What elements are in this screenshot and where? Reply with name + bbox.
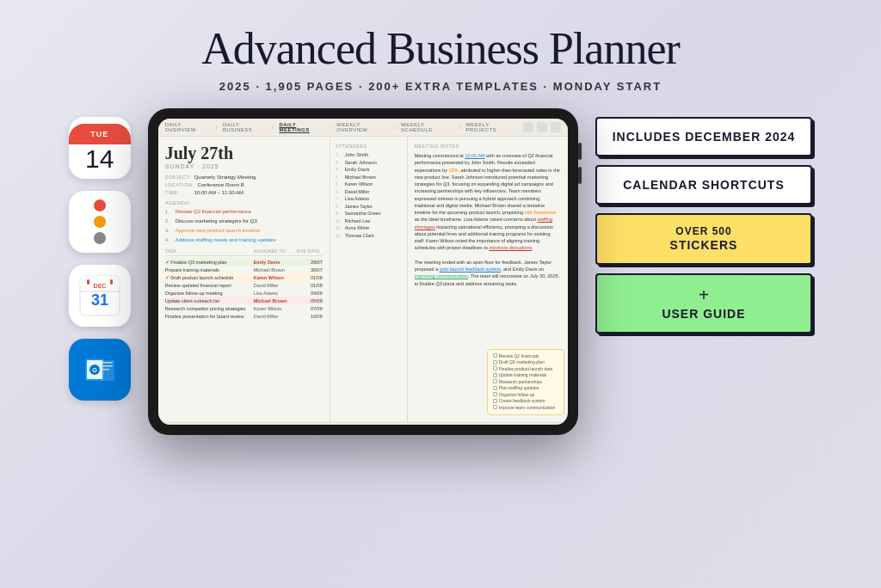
svg-text:O: O [92, 367, 97, 373]
nav-daily-business[interactable]: DAILY BUSINESS [223, 122, 267, 132]
page-header: Advanced Business Planner 2025 · 1,905 P… [0, 0, 881, 101]
attendee-row-2: 2.Sarah Johnson [336, 160, 402, 165]
attendee-1: John Smith [345, 152, 369, 157]
task-col-assigned: ASSIGNED TO [254, 248, 297, 254]
task-name-8: Finalize presentation for board review [165, 314, 254, 319]
attendee-row-7: 7.Lisa Adams [336, 196, 402, 201]
cl-item-3: Finalize product launch date [493, 366, 558, 371]
task-row-1: ✓ Finalize Q3 marketing plan Emily Davis… [165, 258, 323, 266]
nav-icon-btn-3[interactable] [551, 122, 561, 132]
task-due-8: 10/09 [297, 314, 323, 319]
task-table: TASK ASSIGNED TO DUE DATE ✓ Finalize Q3 … [165, 248, 323, 320]
attendee-row-3: 3.Emily Davis [336, 167, 402, 172]
outlook-icon-box: O [69, 339, 131, 401]
nav-icon-btn-2[interactable] [537, 122, 547, 132]
task-due-3: 01/08 [297, 275, 323, 280]
attendee-5: Karen Wilson [345, 181, 373, 187]
subject-value: Quarterly Strategy Meeting [194, 175, 256, 180]
task-assigned-3: Karen Wilson [254, 275, 297, 280]
left-panel: July 27th SUNDAY · 2025 SUBJECT: Quarter… [158, 137, 330, 422]
badge-guide-text: USER GUIDE [662, 307, 745, 321]
badge-guide-plus: + [613, 285, 796, 304]
agenda-num-1: 1. [165, 209, 172, 216]
task-col-due: DUE DATE [297, 248, 323, 254]
mid-panel: ATTENDEES 1.John Smith 2.Sarah Johnson 3… [330, 137, 408, 422]
gcal-inner: 31 DEC [76, 272, 124, 320]
nav-icon-btn-1[interactable] [523, 122, 533, 132]
task-name-6: Update client outreach list [165, 298, 254, 303]
cl-item-8: Create feedback system [493, 398, 558, 403]
svg-rect-15 [102, 365, 113, 367]
badge-shortcuts-text: CALENDAR SHORTCUTS [623, 178, 785, 192]
agenda-item-1: 1. Review Q2 financial performance [165, 209, 323, 216]
right-badges: INCLUDES DECEMBER 2024 CALENDAR SHORTCUT… [595, 117, 813, 334]
calendar-icon-box: TUE 14 [69, 117, 131, 179]
task-name-7: Research competitor pricing strategies [165, 306, 254, 311]
info-row-subject: SUBJECT: Quarterly Strategy Meeting [165, 175, 323, 180]
agenda-item-2: 2. Discuss marketing strategies for Q3 [165, 218, 323, 225]
cl-item-4: Update training materials [493, 372, 558, 377]
badge-guide: + USER GUIDE [595, 273, 813, 334]
task-assigned-5: Lisa Adams [254, 291, 297, 296]
attendee-8: James Taylor [345, 204, 373, 209]
agenda-text-3: Approve new product launch timeline [176, 228, 260, 235]
task-name-2: Prepare training materials [165, 267, 254, 273]
nav-weekly-overview[interactable]: WEEKLY OVERVIEW [336, 122, 389, 132]
tablet-device: DAILY OVERVIEW | DAILY BUSINESS | DAILY … [148, 108, 578, 435]
highlight-feedback: post-launch feedback system [440, 266, 501, 272]
agenda-num-2: 2. [165, 218, 172, 225]
attendee-11: Anna White [345, 225, 369, 230]
meeting-info: SUBJECT: Quarterly Strategy Meeting LOCA… [165, 175, 323, 195]
attendee-2: Sarah Johnson [345, 160, 377, 165]
location-label: LOCATION: [165, 182, 194, 187]
task-assigned-1: Emily Davis [254, 260, 297, 265]
task-row-7: Research competitor pricing strategies K… [165, 304, 323, 312]
nav-daily-overview[interactable]: DAILY OVERVIEW [165, 122, 211, 132]
cl-item-6: Plan staffing updates [493, 385, 558, 390]
attendee-row-11: 11.Anna White [336, 225, 402, 230]
badge-shortcuts: CALENDAR SHORTCUTS [595, 165, 813, 205]
attendee-4: Michael Brown [345, 175, 376, 180]
badge-stickers-text: STICKERS [670, 238, 738, 252]
calendar-day-number: 14 [85, 146, 114, 172]
date-header: July 27th [165, 144, 323, 163]
attendee-row-4: 4.Michael Brown [336, 175, 402, 180]
calendar-top: TUE [69, 124, 131, 144]
main-content: TUE 14 31 DEC [0, 108, 881, 435]
attendee-row-5: 5.Karen Wilson [336, 181, 402, 187]
task-row-5: Organize follow-up meeting Lisa Adams 04… [165, 289, 323, 297]
agenda-item-3: 3. Approve new product launch timeline [165, 228, 323, 235]
task-row-4: Review updated financial report David Mi… [165, 281, 323, 289]
tablet-bottombar [158, 422, 568, 425]
cl-item-7: Organize follow-up [493, 392, 558, 397]
tablet-side-dots [578, 143, 582, 184]
right-panel: MEETING NOTES Meeting commenced at 10:00… [408, 137, 568, 422]
cl-item-2: Draft Q3 marketing plan [493, 359, 558, 364]
notes-text: Meeting commenced at 10:00 AM with an ov… [415, 152, 561, 290]
nav-daily-meetings[interactable]: DAILY MEETINGS [279, 122, 324, 132]
task-due-7: 07/09 [297, 306, 323, 311]
task-due-5: 04/09 [297, 291, 323, 296]
task-table-header: TASK ASSIGNED TO DUE DATE [165, 248, 323, 256]
tablet-screen: DAILY OVERVIEW | DAILY BUSINESS | DAILY … [158, 119, 568, 425]
page-title: Advanced Business Planner [0, 24, 881, 73]
nav-weekly-projects[interactable]: WEEKLY PROJECTS [465, 122, 517, 132]
agenda-text-1: Review Q2 financial performance [176, 209, 251, 216]
nav-weekly-schedule[interactable]: WEEKLY SCHEDULE [401, 122, 453, 132]
tablet-nav: DAILY OVERVIEW | DAILY BUSINESS | DAILY … [158, 119, 568, 137]
attendee-10: Richard Lee [345, 218, 371, 224]
attendee-12: Thomas Clark [345, 233, 374, 238]
attendee-row-8: 8.James Taylor [336, 204, 402, 209]
badge-includes: INCLUDES DECEMBER 2024 [595, 117, 813, 156]
badge-includes-text: INCLUDES DECEMBER 2024 [613, 130, 796, 144]
task-assigned-7: Karen Wilson [254, 306, 297, 311]
time-link-start: 10:00 AM [465, 153, 484, 158]
time-label: TIME: [165, 190, 191, 195]
reminder-dots [83, 191, 116, 253]
highlight-staffing: staffing shortages [415, 217, 552, 229]
svg-rect-16 [102, 369, 109, 371]
info-row-location: LOCATION: Conference Room B [165, 182, 323, 187]
task-due-4: 01/08 [297, 283, 323, 288]
reminder-dot-1 [94, 199, 106, 211]
task-assigned-4: David Miller [254, 283, 297, 288]
